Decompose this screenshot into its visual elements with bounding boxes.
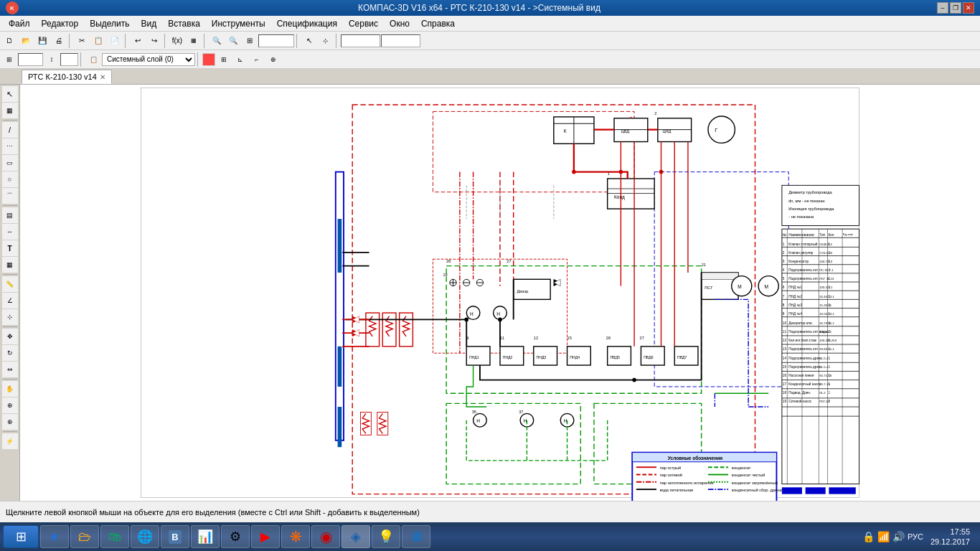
vtb-snap3[interactable]: ⊹ bbox=[2, 309, 18, 325]
svg-text:ЦВД: ЦВД bbox=[621, 129, 629, 133]
taskbar-ie[interactable]: e bbox=[40, 525, 69, 548]
tb-new[interactable]: 🗋 bbox=[1, 33, 17, 49]
tb-open[interactable]: 📂 bbox=[18, 33, 34, 49]
svg-text:1: 1 bbox=[828, 260, 830, 263]
menu-help[interactable]: Справка bbox=[415, 17, 461, 30]
svg-text:ПСГ: ПСГ bbox=[705, 286, 712, 290]
menu-editor[interactable]: Редактор bbox=[36, 17, 85, 30]
taskbar-settings[interactable]: ⚙ bbox=[221, 525, 250, 548]
vtb-table[interactable]: ▦ bbox=[2, 257, 18, 273]
tb-b2[interactable]: ▦ bbox=[186, 33, 202, 49]
taskbar-chrome[interactable]: 🌐 bbox=[131, 525, 159, 548]
vtb-rotate[interactable]: ↻ bbox=[2, 345, 18, 361]
vtb-circle[interactable]: ○ bbox=[2, 171, 18, 187]
vk-icon: В bbox=[169, 530, 181, 544]
svg-point-96 bbox=[632, 378, 636, 382]
svg-point-34 bbox=[758, 276, 778, 296]
vtb-crosshair[interactable]: ⊕ bbox=[2, 414, 18, 430]
tb2-arrow[interactable]: ↕ bbox=[44, 52, 60, 67]
menu-insert[interactable]: Вставка bbox=[162, 17, 206, 30]
menu-file[interactable]: Файл bbox=[3, 17, 36, 30]
vtb-select[interactable]: ▦ bbox=[2, 103, 18, 118]
vtb-poly[interactable]: ⋯ bbox=[2, 138, 18, 154]
tb2-color[interactable] bbox=[202, 53, 215, 66]
tb-zoom-fit[interactable]: ⊞ bbox=[242, 33, 258, 49]
tab-main[interactable]: РТС К-210-130 v14 ✕ bbox=[22, 70, 112, 84]
app-logo: K bbox=[6, 1, 19, 14]
tb-paste[interactable]: 📄 bbox=[107, 33, 123, 49]
menu-spec[interactable]: Спецификация bbox=[271, 17, 343, 30]
svg-text:Деаэр: Деаэр bbox=[517, 289, 528, 293]
svg-text:Подогреватель сет.: Подогреватель сет. bbox=[788, 347, 819, 351]
tb2-ortho[interactable]: ⊾ bbox=[232, 52, 248, 67]
taskbar-vk[interactable]: В bbox=[161, 525, 189, 548]
vtb-measure[interactable]: 📏 bbox=[2, 276, 18, 292]
tb-save[interactable]: 💾 bbox=[34, 33, 50, 49]
vtb-mirror[interactable]: ⇔ bbox=[2, 362, 18, 377]
tb2-snap[interactable]: ⊞ bbox=[1, 52, 17, 67]
tb2-layer-icon[interactable]: 📋 bbox=[85, 52, 101, 67]
main-area: ↖ ▦ / ⋯ ▭ ○ ⌒ ▤ ↔ T ▦ 📏 ∠ ⊹ ✥ ↻ ⇔ ✋ ⊕ ⊕ … bbox=[0, 85, 980, 501]
zoom-input[interactable]: 0.2678 bbox=[258, 34, 294, 47]
taskbar-monitor[interactable]: 🖥 bbox=[402, 525, 430, 548]
svg-text:17: 17 bbox=[783, 382, 787, 386]
vtb-connector[interactable]: ⚡ bbox=[2, 433, 18, 449]
scale-input[interactable]: 1.0 bbox=[18, 53, 43, 66]
taskbar-explorer[interactable]: 🗁 bbox=[70, 525, 99, 548]
vtb-zoom-region[interactable]: ⊕ bbox=[2, 397, 18, 413]
menu-tools[interactable]: Инструменты bbox=[206, 17, 271, 30]
tb-cut[interactable]: ✂ bbox=[74, 33, 90, 49]
vtb-hatch[interactable]: ▤ bbox=[2, 207, 18, 223]
vtb-rect[interactable]: ▭ bbox=[2, 155, 18, 171]
taskbar-app9[interactable]: ◉ bbox=[311, 525, 340, 548]
restore-button[interactable]: ❐ bbox=[950, 2, 961, 14]
tb-copy[interactable]: 📋 bbox=[90, 33, 106, 49]
vtb-pointer[interactable]: ↖ bbox=[2, 86, 18, 102]
taskbar-store[interactable]: 🛍 bbox=[100, 525, 129, 548]
svg-text:Конд: Конд bbox=[614, 194, 625, 200]
taskbar-kompas[interactable]: ◈ bbox=[341, 525, 370, 548]
svg-text:ПСГ 35-13: ПСГ 35-13 bbox=[819, 277, 834, 281]
svg-point-92 bbox=[572, 170, 576, 174]
menu-select[interactable]: Выделить bbox=[84, 17, 135, 30]
vtb-text[interactable]: T bbox=[2, 240, 18, 256]
tab-close-button[interactable]: ✕ bbox=[100, 73, 105, 81]
taskbar-app8[interactable]: ❋ bbox=[281, 525, 310, 548]
taskbar-youtube[interactable]: ▶ bbox=[251, 525, 280, 548]
taskbar-lamp[interactable]: 💡 bbox=[372, 525, 400, 548]
tb2-corner[interactable]: ⌐ bbox=[249, 52, 265, 67]
tb2-grid[interactable]: ⊞ bbox=[216, 52, 232, 67]
vtb-line[interactable]: / bbox=[2, 122, 18, 138]
coord-x-input[interactable]: 1015.46 bbox=[341, 34, 380, 47]
offset-input[interactable]: 0 bbox=[60, 53, 78, 66]
statusbar: Щелкните левой кнопкой мыши на объекте д… bbox=[0, 501, 980, 522]
svg-rect-63 bbox=[382, 313, 396, 347]
vtb-pan[interactable]: ✋ bbox=[2, 381, 18, 397]
tb-undo[interactable]: ↩ bbox=[130, 33, 146, 49]
svg-text:5: 5 bbox=[783, 277, 785, 281]
tb-redo[interactable]: ↪ bbox=[146, 33, 162, 49]
coord-y-input[interactable]: 217.542 bbox=[381, 34, 420, 47]
close-button[interactable]: ✕ bbox=[963, 2, 974, 14]
minimize-button[interactable]: – bbox=[937, 2, 948, 14]
menu-view[interactable]: Вид bbox=[136, 17, 163, 30]
menu-window[interactable]: Окно bbox=[384, 17, 415, 30]
canvas-area[interactable]: К ЦВД ЦНД Г Конд ПСГ М М bbox=[20, 85, 980, 501]
svg-text:50-40-13-1: 50-40-13-1 bbox=[819, 295, 834, 298]
tb-b1[interactable]: f(x) bbox=[169, 33, 185, 49]
vtb-arc[interactable]: ⌒ bbox=[2, 188, 18, 204]
svg-text:Подогреватель сет.: Подогреватель сет. bbox=[788, 268, 819, 272]
tb-print[interactable]: 🖨 bbox=[51, 33, 67, 49]
tb-zoom-in[interactable]: 🔍 bbox=[209, 33, 225, 49]
vtb-dim[interactable]: ↔ bbox=[2, 224, 18, 240]
tb-zoom-out[interactable]: 🔍 bbox=[225, 33, 241, 49]
taskbar-excel[interactable]: 📊 bbox=[191, 525, 220, 548]
tb-cursor[interactable]: ↖ bbox=[301, 33, 317, 49]
tb-cursor2[interactable]: ⊹ bbox=[318, 33, 334, 49]
start-button[interactable]: ⊞ bbox=[3, 525, 39, 548]
layer-select[interactable]: Системный слой (0) bbox=[102, 53, 195, 66]
menu-service[interactable]: Сервис bbox=[343, 17, 384, 30]
vtb-angle[interactable]: ∠ bbox=[2, 293, 18, 309]
tb2-snap2[interactable]: ⊕ bbox=[265, 52, 281, 67]
vtb-move[interactable]: ✥ bbox=[2, 329, 18, 344]
